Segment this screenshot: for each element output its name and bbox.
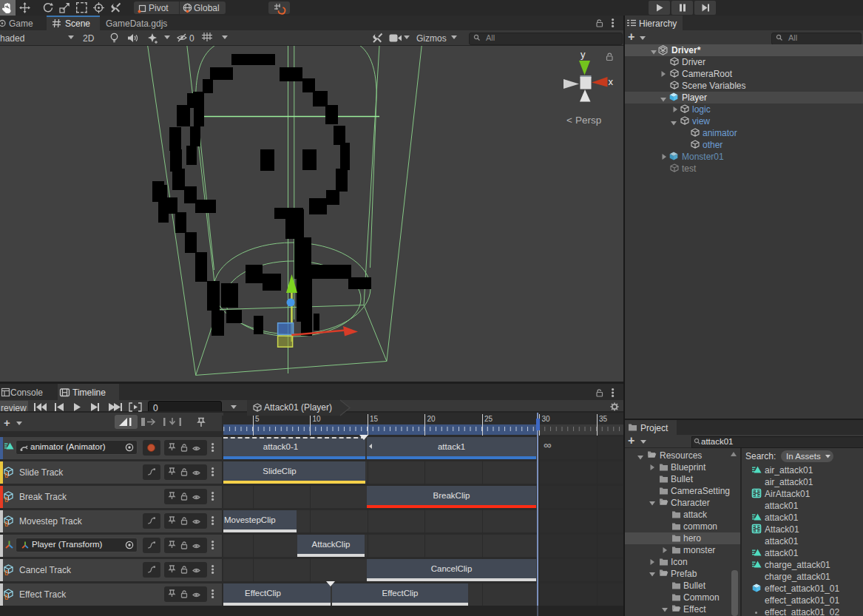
- svg-text:35: 35: [599, 415, 608, 423]
- svg-text:5: 5: [255, 415, 260, 423]
- svg-text:x: x: [609, 76, 614, 87]
- svg-text:{}: {}: [4, 521, 9, 527]
- svg-text:Persp: Persp: [575, 115, 601, 126]
- svg-text:25: 25: [484, 415, 493, 423]
- svg-text:15: 15: [370, 415, 379, 423]
- svg-text:<: <: [566, 115, 572, 126]
- svg-text:{}: {}: [4, 496, 9, 502]
- svg-text:{}: {}: [4, 569, 9, 575]
- svg-text:10: 10: [313, 415, 322, 423]
- svg-text:{}: {}: [4, 472, 9, 478]
- svg-text:20: 20: [427, 415, 436, 423]
- svg-text:30: 30: [542, 415, 551, 423]
- svg-text:{}: {}: [4, 594, 9, 600]
- svg-text:y: y: [581, 49, 586, 60]
